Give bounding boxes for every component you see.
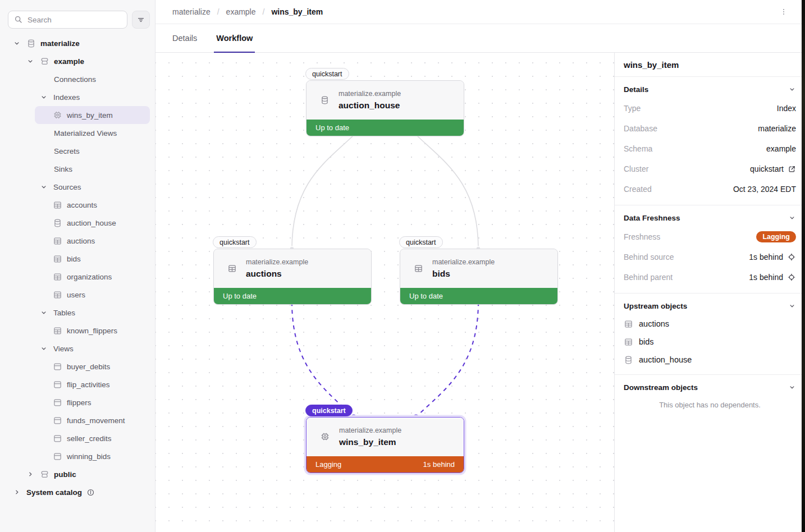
- section-header[interactable]: Downstream objects: [624, 378, 796, 396]
- row-value: Oct 23, 2024 EDT: [733, 185, 796, 194]
- search-placeholder: Search: [28, 16, 52, 24]
- filter-button[interactable]: [132, 11, 150, 29]
- sidebar-item-label: Connections: [54, 75, 96, 84]
- node-text: materialize.exampleauction_house: [339, 90, 401, 111]
- workflow-canvas[interactable]: quickstartmaterialize.exampleauction_hou…: [155, 53, 614, 532]
- row-value: example: [766, 144, 796, 153]
- sidebar-item-secrets[interactable]: Secrets: [0, 142, 155, 160]
- detail-row-type: TypeIndex: [624, 98, 796, 118]
- chevron-right-icon[interactable]: [26, 470, 35, 478]
- value-text: 1s behind: [749, 273, 783, 282]
- chevron-down-icon[interactable]: [39, 345, 48, 352]
- app-root: Search materializeexampleConnectionsInde…: [0, 0, 805, 532]
- sidebar-item-wins-by-item[interactable]: wins_by_item: [0, 106, 155, 124]
- cluster-badge-auctions: quickstart: [213, 236, 257, 248]
- chevron-down-icon[interactable]: [39, 309, 48, 317]
- search-input[interactable]: Search: [8, 11, 127, 29]
- node-name: auctions: [246, 269, 308, 279]
- sidebar-item-sinks[interactable]: Sinks: [0, 160, 155, 178]
- node-qualifier: materialize.example: [339, 90, 401, 98]
- section-header[interactable]: Upstream objects: [624, 297, 796, 315]
- view-icon: [53, 398, 62, 407]
- node-body: materialize.examplewins_by_item: [307, 418, 464, 456]
- chevron-down-icon[interactable]: [39, 93, 48, 101]
- sidebar-item-indexes[interactable]: Indexes: [0, 88, 155, 106]
- row-label: Created: [624, 185, 652, 194]
- table-icon: [53, 236, 62, 246]
- sidebar-item-label: flip_activities: [67, 380, 110, 389]
- external-link-icon[interactable]: [788, 165, 796, 173]
- breadcrumb-materialize[interactable]: materialize: [172, 7, 211, 16]
- sidebar-item-users[interactable]: users: [0, 286, 155, 304]
- sidebar-item-label: known_flippers: [67, 327, 117, 335]
- workflow-node-auction_house[interactable]: materialize.exampleauction_houseUp to da…: [306, 80, 464, 136]
- node-qualifier: materialize.example: [246, 258, 308, 266]
- breadcrumb-wins_by_item: wins_by_item: [271, 7, 323, 16]
- sidebar-item-public[interactable]: public: [0, 465, 155, 483]
- chevron-down-icon: [788, 85, 796, 93]
- value-text: example: [766, 144, 796, 153]
- value-text: Oct 23, 2024 EDT: [733, 185, 796, 194]
- breadcrumb-example[interactable]: example: [226, 7, 256, 16]
- crosshair-icon[interactable]: [787, 253, 796, 262]
- upstream-object-auctions[interactable]: auctions: [624, 315, 796, 333]
- node-name: wins_by_item: [339, 437, 401, 447]
- sidebar-item-accounts[interactable]: accounts: [0, 196, 155, 214]
- row-label: Behind source: [624, 253, 674, 262]
- tab-workflow[interactable]: Workflow: [216, 24, 253, 52]
- row-value: Index: [777, 104, 796, 113]
- sidebar-item-label: winning_bids: [67, 452, 111, 461]
- kebab-menu-button[interactable]: [779, 7, 788, 16]
- workflow-node-bids[interactable]: materialize.examplebidsUp to date: [400, 249, 558, 305]
- sidebar-item-materialize[interactable]: materialize: [0, 34, 155, 52]
- workflow-node-auctions[interactable]: materialize.exampleauctionsUp to date: [213, 249, 372, 305]
- sidebar-item-organizations[interactable]: organizations: [0, 268, 155, 286]
- object-name: bids: [639, 337, 654, 346]
- table-icon: [53, 254, 62, 264]
- upstream-object-auction_house[interactable]: auction_house: [624, 351, 796, 369]
- sidebar-item-seller-credits[interactable]: seller_credits: [0, 429, 155, 447]
- tabs: DetailsWorkflow: [155, 24, 805, 53]
- detail-row-freshness: FreshnessLagging: [624, 227, 796, 247]
- node-qualifier: materialize.example: [432, 258, 495, 266]
- sidebar-item-materialized-views[interactable]: Materialized Views: [0, 124, 155, 142]
- table-icon: [53, 326, 62, 336]
- sidebar-item-label: System catalog: [26, 488, 82, 497]
- workflow-edge-dashed: [416, 302, 478, 417]
- cluster-link[interactable]: quickstart: [750, 164, 784, 173]
- chevron-down-icon[interactable]: [12, 39, 21, 47]
- sidebar-item-example[interactable]: example: [0, 52, 155, 70]
- workflow-node-wins_by_item[interactable]: materialize.examplewins_by_itemLagging1s…: [306, 417, 464, 473]
- sidebar-item-flippers[interactable]: flippers: [0, 393, 155, 411]
- chevron-down-icon[interactable]: [39, 183, 48, 191]
- section-header[interactable]: Data Freshness: [624, 209, 796, 227]
- sidebar-item-label: auction_house: [67, 219, 116, 227]
- database-icon: [320, 95, 330, 105]
- sidebar-item-winning-bids[interactable]: winning_bids: [0, 447, 155, 465]
- sidebar-item-bids[interactable]: bids: [0, 250, 155, 268]
- upstream-object-bids[interactable]: bids: [624, 333, 796, 351]
- table-icon: [53, 290, 62, 300]
- content-row: quickstartmaterialize.exampleauction_hou…: [155, 53, 805, 532]
- crosshair-icon[interactable]: [787, 273, 796, 282]
- sidebar-item-known-flippers[interactable]: known_flippers: [0, 322, 155, 340]
- sidebar-item-system-catalog[interactable]: System catalog: [0, 483, 155, 501]
- section-header[interactable]: Details: [624, 80, 796, 98]
- chevron-down-icon[interactable]: [26, 57, 35, 65]
- row-label: Database: [624, 124, 657, 133]
- tab-details[interactable]: Details: [172, 24, 197, 52]
- node-status-text: Up to date: [315, 123, 349, 132]
- sidebar-item-connections[interactable]: Connections: [0, 70, 155, 88]
- sidebar-item-buyer-debits[interactable]: buyer_debits: [0, 357, 155, 375]
- sidebar-item-funds-movement[interactable]: funds_movement: [0, 411, 155, 429]
- sidebar-item-auction-house[interactable]: auction_house: [0, 214, 155, 232]
- chevron-right-icon[interactable]: [12, 488, 21, 496]
- sidebar-item-sources[interactable]: Sources: [0, 178, 155, 196]
- sidebar-item-views[interactable]: Views: [0, 340, 155, 357]
- breadcrumb: materialize/example/wins_by_item: [172, 7, 323, 16]
- sidebar-item-flip-activities[interactable]: flip_activities: [0, 375, 155, 393]
- sidebar-item-label: buyer_debits: [67, 363, 110, 371]
- database-icon: [53, 218, 62, 228]
- sidebar-item-auctions[interactable]: auctions: [0, 232, 155, 250]
- sidebar-item-tables[interactable]: Tables: [0, 304, 155, 322]
